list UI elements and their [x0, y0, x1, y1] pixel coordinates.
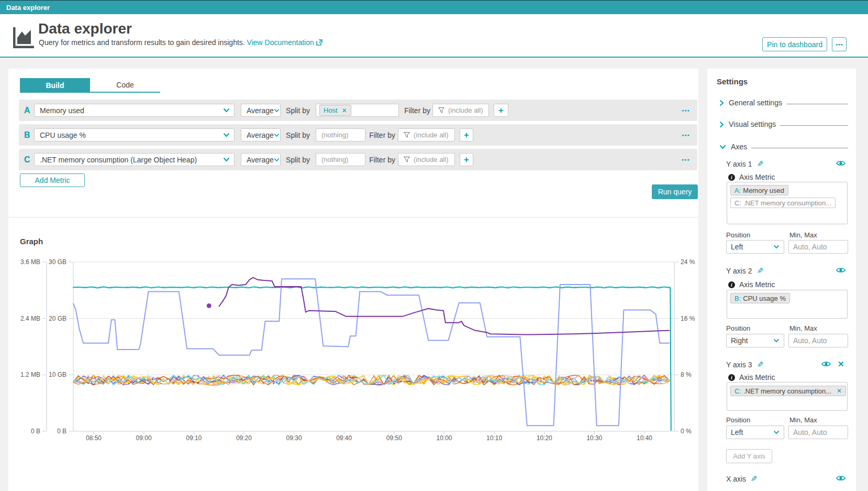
axis-metric-row: iAxis Metric	[728, 373, 775, 381]
chevron-right-icon	[719, 100, 724, 106]
y-axis-tick-label: 0 B	[42, 428, 66, 435]
settings-section-visual[interactable]: Visual settings	[719, 120, 848, 128]
axis-metric-chip[interactable]: C:.NET memory consumption...✕	[730, 386, 846, 396]
minmax-input[interactable]: Auto, Auto	[788, 240, 848, 254]
y-axis-tick-label: 0 B	[16, 428, 40, 435]
x-axis-tick-label: 10:40	[631, 434, 658, 442]
y-axis-3-header: Y axis 3✎	[726, 360, 763, 369]
y-axis-tick-label: 30 GB	[42, 258, 66, 266]
info-icon: i	[728, 374, 735, 381]
x-axis-tick-label: 10:20	[531, 434, 558, 442]
y-axis-tick-label: 8 %	[681, 371, 705, 378]
y-axis-tick-label: 24 %	[681, 258, 705, 266]
chevron-down-icon	[719, 145, 726, 149]
axis-metric-chip[interactable]: B:CPU usage %	[730, 293, 790, 303]
info-icon: i	[728, 174, 735, 181]
visibility-eye-icon[interactable]	[821, 361, 831, 367]
position-select[interactable]: Right	[726, 334, 784, 347]
visibility-eye-icon[interactable]	[836, 160, 845, 167]
axis-metric-chip[interactable]: A:Memory used	[730, 185, 788, 195]
position-label: Position	[726, 324, 750, 332]
settings-section-general[interactable]: General settings	[719, 99, 848, 107]
x-axis-tick-label: 08:50	[81, 434, 107, 442]
chevron-right-icon	[719, 121, 724, 128]
add-y-axis-button[interactable]: Add Y axis	[726, 449, 772, 463]
x-axis-tick-label: 09:50	[381, 434, 407, 442]
chevron-down-icon	[773, 430, 780, 434]
y-axis-tick-label: 0 %	[681, 428, 705, 435]
chevron-down-icon	[773, 245, 780, 249]
x-axis-tick-label: 09:10	[181, 434, 207, 442]
x-axis-tick-label: 09:20	[231, 434, 257, 442]
x-axis-tick-label: 09:00	[131, 434, 157, 442]
visibility-eye-icon[interactable]	[836, 267, 845, 274]
chip-close-icon[interactable]: ✕	[837, 387, 842, 395]
minmax-label: Min, Max	[789, 416, 817, 424]
remove-axis-icon[interactable]: ✕	[838, 359, 844, 369]
minmax-label: Min, Max	[789, 231, 817, 239]
visibility-eye-icon[interactable]	[836, 475, 845, 482]
chevron-down-icon	[773, 339, 780, 343]
x-axis-tick-label: 10:10	[481, 434, 507, 442]
x-axis-tick-label: 09:40	[331, 434, 357, 442]
axis-metric-chip-suggestion[interactable]: C:.NET memory consumption...	[730, 198, 836, 208]
position-select[interactable]: Left	[726, 240, 784, 254]
position-label: Position	[726, 416, 750, 424]
minmax-label: Min, Max	[789, 324, 817, 332]
axis-metric-box[interactable]: C:.NET memory consumption...✕	[727, 382, 848, 411]
x-axis-tick-label: 10:30	[581, 434, 607, 442]
data-explorer-page: Data explorer Data explorer Query for me…	[0, 0, 868, 491]
y-axis-tick-label: 1.2 MB	[16, 371, 40, 378]
settings-title: Settings	[717, 77, 748, 86]
axis-metric-box[interactable]: A:Memory used C:.NET memory consumption.…	[727, 182, 848, 224]
settings-section-axes[interactable]: Axes	[719, 143, 848, 151]
axis-metric-row: iAxis Metric	[728, 173, 775, 181]
edit-icon[interactable]: ✎	[757, 159, 764, 169]
axis-metric-box[interactable]: B:CPU usage %	[727, 290, 848, 319]
y-axis-tick-label: 20 GB	[42, 315, 66, 322]
y-axis-tick-label: 16 %	[681, 315, 705, 322]
position-label: Position	[726, 231, 750, 239]
axis-metric-row: iAxis Metric	[728, 280, 775, 289]
y-axis-2-header: Y axis 2✎	[726, 266, 763, 276]
minmax-input[interactable]: Auto, Auto	[788, 334, 848, 347]
edit-icon[interactable]: ✎	[757, 360, 764, 369]
x-axis-tick-label: 09:30	[281, 434, 307, 442]
edit-icon[interactable]: ✎	[757, 266, 764, 276]
position-select[interactable]: Left	[726, 425, 784, 439]
y-axis-tick-label: 3.6 MB	[16, 258, 40, 266]
y-axis-1-header: Y axis 1✎	[726, 159, 763, 169]
edit-icon[interactable]: ✎	[751, 474, 758, 484]
x-axis-tick-label: 10:00	[431, 434, 457, 442]
minmax-input[interactable]: Auto, Auto	[788, 425, 848, 439]
x-axis-header: X axis✎	[726, 474, 758, 484]
y-axis-tick-label: 2.4 MB	[16, 315, 40, 322]
info-icon: i	[728, 281, 735, 288]
y-axis-tick-label: 10 GB	[42, 371, 66, 378]
